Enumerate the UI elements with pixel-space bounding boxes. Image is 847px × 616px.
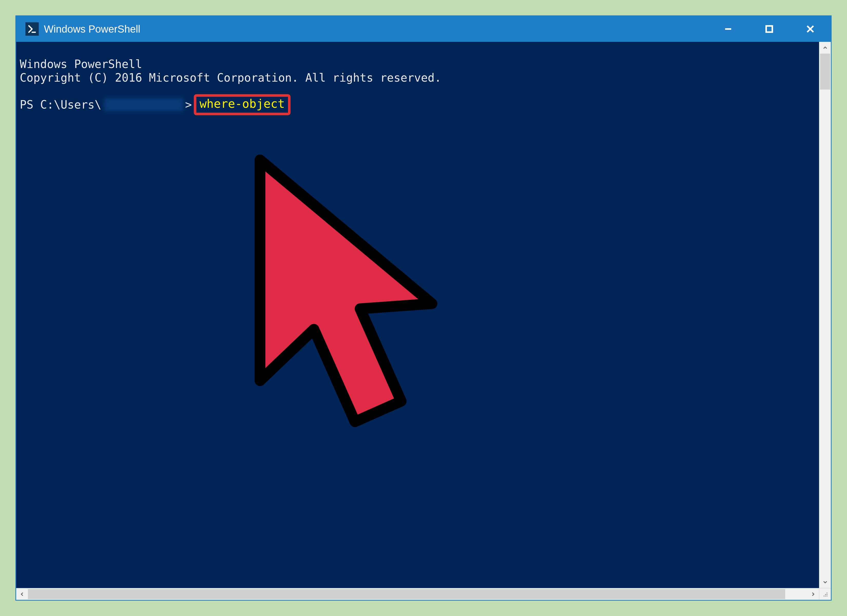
vertical-scrollbar-thumb[interactable]: [820, 54, 830, 90]
vertical-scrollbar[interactable]: [819, 42, 831, 588]
svg-rect-2: [766, 26, 772, 32]
powershell-icon: [25, 22, 39, 36]
redacted-username: [104, 98, 183, 111]
terminal-banner-line2: Copyright (C) 2016 Microsoft Corporation…: [20, 71, 441, 84]
svg-point-8: [823, 595, 825, 597]
horizontal-scrollbar[interactable]: [16, 588, 819, 600]
window-title: Windows PowerShell: [44, 24, 140, 35]
terminal[interactable]: Windows PowerShell Copyright (C) 2016 Mi…: [16, 42, 819, 588]
scroll-down-button[interactable]: [819, 576, 831, 588]
scroll-up-button[interactable]: [819, 42, 831, 54]
command-text: where-object: [199, 97, 285, 111]
content-area: Windows PowerShell Copyright (C) 2016 Mi…: [16, 42, 831, 600]
command-highlight-box: where-object: [194, 94, 290, 115]
horizontal-scrollbar-track[interactable]: [28, 588, 807, 600]
scroll-right-button[interactable]: [807, 588, 819, 600]
resize-grip[interactable]: [819, 588, 831, 600]
vertical-scrollbar-track[interactable]: [819, 54, 831, 576]
cursor-arrow-icon: [221, 150, 453, 458]
titlebar[interactable]: Windows PowerShell: [16, 16, 831, 42]
powershell-window: Windows PowerShell Windows PowerShell Co…: [15, 15, 832, 601]
scroll-left-button[interactable]: [16, 588, 28, 600]
prompt-line: PS C:\Users\>where-object: [20, 94, 817, 115]
svg-point-6: [825, 595, 826, 597]
svg-point-7: [826, 594, 828, 595]
svg-point-10: [826, 592, 828, 594]
horizontal-scrollbar-thumb[interactable]: [28, 589, 785, 599]
terminal-banner-line1: Windows PowerShell: [20, 58, 142, 71]
svg-point-9: [825, 594, 826, 595]
svg-point-5: [826, 595, 828, 597]
prompt-suffix: >: [185, 98, 192, 112]
prompt-prefix: PS C:\Users\: [20, 98, 101, 112]
window-controls: [708, 16, 831, 42]
maximize-button[interactable]: [749, 16, 790, 42]
minimize-button[interactable]: [708, 16, 749, 42]
close-button[interactable]: [790, 16, 831, 42]
